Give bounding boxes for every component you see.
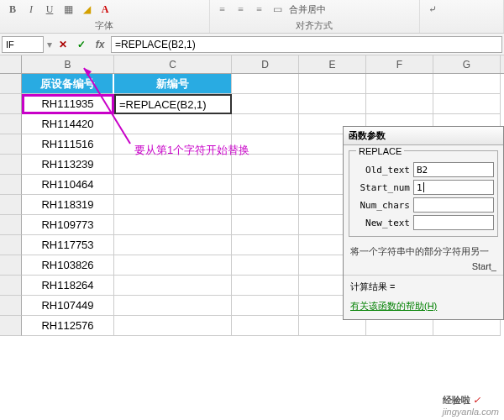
- merge-icon[interactable]: ▭: [270, 2, 286, 17]
- formula-input[interactable]: =REPLACE(B2,1): [111, 36, 502, 53]
- col-header-d[interactable]: D: [232, 55, 299, 73]
- col-header-c[interactable]: C: [114, 55, 232, 73]
- dialog-title: 函数参数: [344, 127, 503, 145]
- accept-formula-icon[interactable]: ✓: [74, 37, 89, 52]
- dropdown-icon[interactable]: ▾: [47, 39, 52, 50]
- cancel-formula-icon[interactable]: ✕: [55, 37, 71, 52]
- param-input-start-num[interactable]: 1: [413, 180, 494, 195]
- font-group-label: 字体: [0, 19, 209, 32]
- annotation-text: 要从第1个字符开始替换: [134, 143, 249, 158]
- header-cell-b[interactable]: 原设备编号: [22, 74, 114, 94]
- ribbon-group-font: B I U ▦ ◢ A 字体: [0, 0, 210, 33]
- ribbon-group-wrap: ⤶: [420, 0, 505, 33]
- font-color-icon[interactable]: A: [97, 2, 113, 17]
- function-name-legend: REPLACE: [356, 146, 404, 156]
- col-header-e[interactable]: E: [299, 55, 366, 73]
- ribbon-group-align: ≡ ≡ ≡ ▭ 合并居中 对齐方式: [210, 0, 420, 33]
- param-label-new-text: New_text: [353, 218, 413, 228]
- name-box[interactable]: IF: [2, 36, 44, 53]
- bold-icon[interactable]: B: [5, 2, 20, 17]
- fill-color-icon[interactable]: ◢: [79, 2, 94, 17]
- dialog-result: 计算结果 =: [344, 275, 503, 298]
- column-headers: B C D E F G: [0, 55, 504, 74]
- merge-label: 合并居中: [289, 3, 326, 16]
- param-input-num-chars[interactable]: [413, 197, 494, 213]
- table-row: 原设备编号 新编号: [0, 74, 504, 94]
- fx-icon[interactable]: fx: [92, 37, 108, 52]
- italic-icon[interactable]: I: [24, 2, 39, 17]
- underline-icon[interactable]: U: [42, 2, 57, 17]
- help-link[interactable]: 有关该函数的帮助(H): [350, 301, 437, 311]
- table-row: RH111935 =REPLACE(B2,1): [0, 94, 504, 114]
- param-label-num-chars: Num_chars: [353, 200, 413, 211]
- param-label-old-text: Old_text: [353, 165, 413, 176]
- ribbon: B I U ▦ ◢ A 字体 ≡ ≡ ≡ ▭ 合并居中 对齐方式 ⤶: [0, 0, 504, 34]
- align-center-icon[interactable]: ≡: [234, 2, 249, 17]
- dialog-description: 将一个字符串中的部分字符用另一 Start_: [344, 242, 503, 275]
- header-cell-c[interactable]: 新编号: [114, 74, 232, 94]
- col-header-g[interactable]: G: [433, 55, 501, 73]
- align-right-icon[interactable]: ≡: [252, 2, 267, 17]
- param-input-new-text[interactable]: [413, 215, 494, 230]
- watermark: 经验啦 ✓ jingyanla.com: [443, 394, 499, 417]
- cell-b2[interactable]: RH111935: [22, 94, 114, 114]
- function-arguments-dialog[interactable]: 函数参数 REPLACE Old_textB2 Start_num1 Num_c…: [343, 126, 504, 320]
- align-group-label: 对齐方式: [210, 19, 419, 32]
- param-label-start-num: Start_num: [353, 182, 413, 193]
- formula-bar: IF ▾ ✕ ✓ fx =REPLACE(B2,1): [0, 34, 504, 55]
- wrap-icon[interactable]: ⤶: [425, 2, 440, 17]
- align-left-icon[interactable]: ≡: [215, 2, 230, 17]
- param-input-old-text[interactable]: B2: [413, 162, 494, 177]
- col-header-b[interactable]: B: [22, 55, 114, 73]
- col-header-f[interactable]: F: [366, 55, 433, 73]
- border-icon[interactable]: ▦: [60, 2, 76, 17]
- cell-c2[interactable]: =REPLACE(B2,1): [114, 94, 232, 114]
